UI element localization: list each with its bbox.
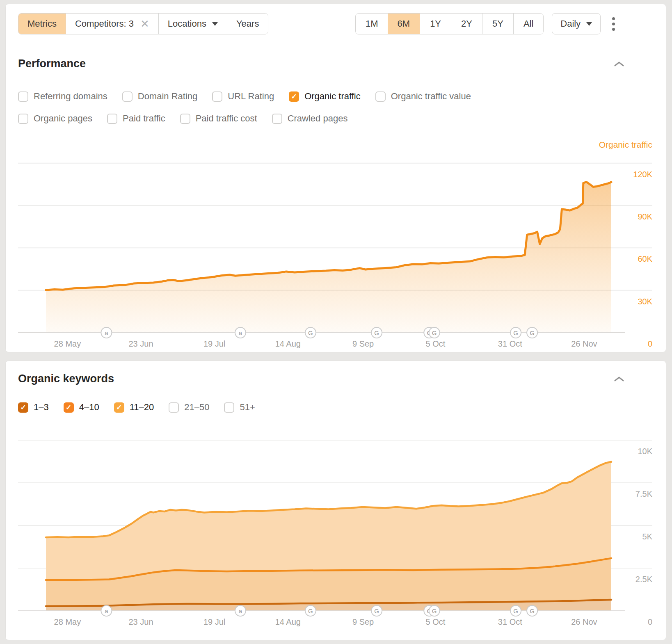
google-update-marker[interactable]: G [371,605,382,616]
range-button-1m[interactable]: 1M [356,14,388,34]
marker-letter: G [432,329,437,336]
metric-checkbox-paid-traffic-cost[interactable]: Paid traffic cost [180,113,257,124]
checkbox-label: Crawled pages [288,113,348,124]
checkbox-label: 21–50 [184,402,209,413]
metric-checkbox-crawled-pages[interactable]: Crawled pages [272,113,348,124]
y-axis-label: 0 [648,339,652,348]
filter-chip-years[interactable]: Years [227,14,268,34]
unchecked-checkbox-icon [18,91,28,102]
range-button-6m[interactable]: 6M [388,14,420,34]
checkbox-label: Paid traffic [123,113,165,124]
checkbox-label: Organic traffic [304,91,361,102]
checkbox-label: 11–20 [130,402,154,413]
google-update-marker[interactable]: G [305,605,316,616]
y-axis-label: 7.5K [635,489,653,498]
collapse-chevron-up-icon[interactable] [614,376,624,382]
metric-checkbox-referring-domains[interactable]: Referring domains [18,91,107,102]
filter-chip-metrics[interactable]: Metrics [18,14,66,34]
y-axis-label: 5K [642,532,653,541]
marker-letter: G [513,607,518,614]
filter-chip-label: Competitors: 3 [75,18,134,29]
range-button-all[interactable]: All [513,14,543,34]
toolbar: MetricsCompetitors: 3✕LocationsYears 1M6… [18,13,654,34]
close-icon[interactable]: ✕ [140,18,149,29]
toolbar-right: 1M6M1Y2Y5YAll Daily [355,13,618,34]
marker-letter: G [374,607,379,614]
range-button-1y[interactable]: 1Y [420,14,451,34]
marker-letter: G [530,329,535,336]
filter-chip-label: Years [236,18,259,29]
keyword-range-checkbox-21-50[interactable]: 21–50 [169,402,209,413]
unchecked-checkbox-icon [375,91,386,102]
time-range-group: 1M6M1Y2Y5YAll [355,13,544,34]
organic-keywords-chart[interactable]: aaGGGGGG28 May23 Jun19 Jul14 Aug9 Sep5 O… [18,422,654,639]
google-update-marker[interactable]: G [527,605,537,616]
metric-checkbox-organic-traffic[interactable]: ✓Organic traffic [289,91,361,102]
marker-letter: a [105,607,108,614]
ahrefs-update-marker[interactable]: a [235,605,246,616]
checkbox-label: 1–3 [34,402,49,413]
checkbox-label: Referring domains [34,91,107,102]
organic-traffic-chart[interactable]: aaGGGGGG28 May23 Jun19 Jul14 Aug9 Sep5 O… [18,139,654,349]
marker-letter: G [432,607,437,614]
keyword-range-checkbox-51[interactable]: 51+ [224,402,255,413]
filter-chip-label: Metrics [27,18,57,29]
google-update-marker[interactable]: G [510,605,521,616]
google-update-marker[interactable]: G [429,605,440,616]
filter-chip-label: Locations [168,18,206,29]
unchecked-checkbox-icon [107,114,117,124]
checked-checkbox-icon: ✓ [18,402,28,413]
marker-letter: G [513,329,518,336]
google-update-marker[interactable]: G [305,327,316,338]
metric-checkbox-domain-rating[interactable]: Domain Rating [122,91,198,102]
granularity-button[interactable]: Daily [552,13,601,34]
google-update-marker[interactable]: G [527,327,537,338]
metric-checkbox-organic-traffic-value[interactable]: Organic traffic value [375,91,471,102]
checkbox-label: 4–10 [79,402,99,413]
kebab-menu-icon[interactable] [609,15,618,33]
x-axis-label: 26 Nov [571,617,597,626]
y-axis-label: 2.5K [635,575,653,584]
google-update-marker[interactable]: G [371,327,382,338]
ahrefs-update-marker[interactable]: a [101,605,112,616]
y-axis-label: 90K [638,212,652,221]
ahrefs-update-marker[interactable]: a [235,327,246,338]
filter-chip-competitors-3[interactable]: Competitors: 3✕ [66,14,158,34]
marker-letter: G [374,329,379,336]
marker-letter: G [308,329,313,336]
checkbox-label: Organic traffic value [391,91,471,102]
google-update-marker[interactable]: G [429,327,440,338]
marker-letter: G [308,607,313,614]
keyword-ranges-row: ✓1–3✓4–10✓11–2021–5051+ [18,402,255,413]
collapse-chevron-up-icon[interactable] [614,61,624,67]
x-axis-label: 23 Jun [128,617,153,626]
x-axis-label: 23 Jun [128,339,153,348]
keyword-range-checkbox-1-3[interactable]: ✓1–3 [18,402,49,413]
y-axis-label: 120K [633,170,652,179]
marker-letter: a [105,329,108,336]
checkbox-label: Paid traffic cost [196,113,257,124]
organic-keywords-card: Organic keywords ✓1–3✓4–10✓11–2021–5051+… [5,361,666,640]
checkbox-label: Domain Rating [138,91,198,102]
range-button-5y[interactable]: 5Y [482,14,513,34]
range-button-2y[interactable]: 2Y [451,14,482,34]
y-axis-label: 0 [648,617,652,626]
area-fill-organic-traffic [46,182,611,333]
performance-metrics-row-1: Referring domainsDomain RatingURL Rating… [18,91,471,102]
performance-section-title: Performance [18,57,86,70]
marker-letter: a [239,607,242,614]
google-update-marker[interactable]: G [510,327,521,338]
checked-checkbox-icon: ✓ [64,402,74,413]
keyword-range-checkbox-11-20[interactable]: ✓11–20 [114,402,154,413]
metric-checkbox-url-rating[interactable]: URL Rating [212,91,274,102]
metric-checkbox-paid-traffic[interactable]: Paid traffic [107,113,165,124]
keyword-range-checkbox-4-10[interactable]: ✓4–10 [64,402,99,413]
filter-chip-locations[interactable]: Locations [158,14,227,34]
x-axis-label: 28 May [54,339,81,348]
metric-checkbox-organic-pages[interactable]: Organic pages [18,113,92,124]
unchecked-checkbox-icon [212,91,222,102]
granularity-label: Daily [560,18,581,29]
keywords-section-title: Organic keywords [18,372,114,385]
performance-metrics-row-2: Organic pagesPaid trafficPaid traffic co… [18,113,347,124]
ahrefs-update-marker[interactable]: a [101,327,112,338]
